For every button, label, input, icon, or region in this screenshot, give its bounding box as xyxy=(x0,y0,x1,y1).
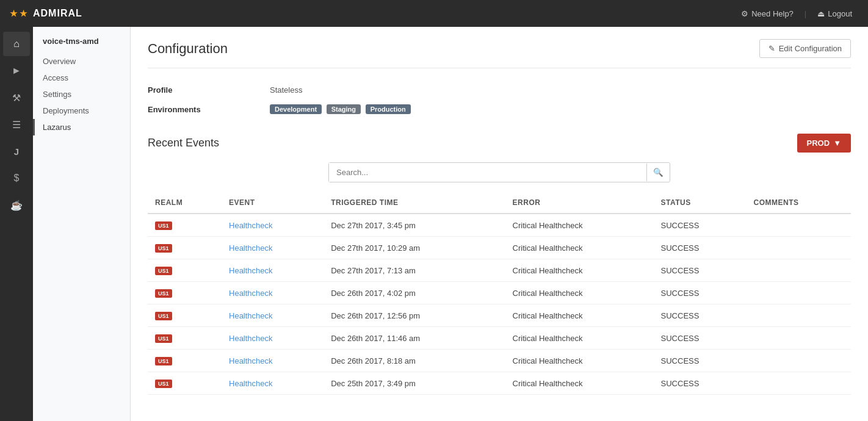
cell-status: SUCCESS xyxy=(654,372,747,395)
topnav: ★ ★ ADMIRAL ⚙ Need Help? | ⏏ Logout xyxy=(0,0,868,27)
cell-realm: US1 xyxy=(148,304,222,327)
env-badge-staging: Staging xyxy=(327,104,361,114)
cell-comments xyxy=(747,259,851,282)
realm-badge: US1 xyxy=(155,312,172,320)
profile-field: Profile Stateless xyxy=(148,81,851,99)
events-table: REALM EVENT TRIGGERED TIME ERROR STATUS … xyxy=(148,192,851,395)
brand-stars: ★ ★ xyxy=(10,9,28,18)
cell-realm: US1 xyxy=(148,237,222,259)
chevron-down-icon: ▼ xyxy=(833,139,841,148)
cell-triggered-time: Dec 27th 2017, 3:45 pm xyxy=(324,214,505,237)
environments-label: Environments xyxy=(148,105,270,114)
realm-badge: US1 xyxy=(155,380,172,388)
table-row: US1 Healthcheck Dec 27th 2017, 10:29 am … xyxy=(148,237,851,259)
star-icon-2: ★ xyxy=(20,9,28,18)
cell-realm: US1 xyxy=(148,259,222,282)
cell-triggered-time: Dec 26th 2017, 4:02 pm xyxy=(324,282,505,304)
col-status: STATUS xyxy=(654,192,747,214)
search-container: 🔍 xyxy=(148,162,851,182)
event-link[interactable]: Healthcheck xyxy=(229,221,273,230)
edit-config-button[interactable]: ✎ Edit Configuration xyxy=(759,39,851,58)
cell-error: Critical Healthcheck xyxy=(505,327,654,350)
gear-icon: ⚙ xyxy=(741,9,748,18)
environments-field: Environments Development Staging Product… xyxy=(148,99,851,119)
help-button[interactable]: ⚙ Need Help? xyxy=(735,7,800,21)
search-button[interactable]: 🔍 xyxy=(646,164,670,181)
cell-comments xyxy=(747,350,851,372)
table-row: US1 Healthcheck Dec 25th 2017, 3:49 pm C… xyxy=(148,372,851,395)
col-comments: COMMENTS xyxy=(747,192,851,214)
logout-button[interactable]: ⏏ Logout xyxy=(811,7,858,21)
brand: ★ ★ ADMIRAL xyxy=(10,8,82,19)
icon-rail-item-rocket[interactable]: ► xyxy=(3,59,30,83)
search-input[interactable] xyxy=(329,163,646,182)
event-link[interactable]: Healthcheck xyxy=(229,243,273,253)
cell-event[interactable]: Healthcheck xyxy=(222,350,324,372)
cell-realm: US1 xyxy=(148,372,222,395)
bag-icon: ☕ xyxy=(10,200,23,211)
profile-value: Stateless xyxy=(270,85,302,95)
env-badge-development: Development xyxy=(270,104,322,114)
dollar-icon: $ xyxy=(14,173,20,184)
cell-event[interactable]: Healthcheck xyxy=(222,304,324,327)
icon-rail-item-document[interactable]: ☰ xyxy=(3,112,30,137)
col-event: EVENT xyxy=(222,192,324,214)
event-link[interactable]: Healthcheck xyxy=(229,311,273,320)
cell-status: SUCCESS xyxy=(654,350,747,372)
environments-badges: Development Staging Production xyxy=(270,104,413,114)
realm-badge: US1 xyxy=(155,289,172,298)
sidebar-item-lazarus[interactable]: Lazarus xyxy=(33,119,130,135)
cell-triggered-time: Dec 26th 2017, 11:46 am xyxy=(324,327,505,350)
event-link[interactable]: Healthcheck xyxy=(229,356,273,365)
topnav-right: ⚙ Need Help? | ⏏ Logout xyxy=(735,7,858,21)
profile-label: Profile xyxy=(148,85,270,95)
icon-rail-item-home[interactable]: ⌂ xyxy=(3,32,30,56)
cell-comments xyxy=(747,372,851,395)
home-icon: ⌂ xyxy=(13,38,20,49)
cell-status: SUCCESS xyxy=(654,282,747,304)
events-table-head: REALM EVENT TRIGGERED TIME ERROR STATUS … xyxy=(148,192,851,214)
realm-badge: US1 xyxy=(155,357,172,365)
sidebar-item-deployments[interactable]: Deployments xyxy=(33,103,130,119)
cell-triggered-time: Dec 26th 2017, 8:18 am xyxy=(324,350,505,372)
env-badge-production: Production xyxy=(366,104,411,114)
cell-event[interactable]: Healthcheck xyxy=(222,214,324,237)
cell-event[interactable]: Healthcheck xyxy=(222,372,324,395)
logout-icon: ⏏ xyxy=(817,9,825,18)
sidebar-item-settings[interactable]: Settings xyxy=(33,86,130,103)
cell-status: SUCCESS xyxy=(654,304,747,327)
col-triggered-time: TRIGGERED TIME xyxy=(324,192,505,214)
cell-comments xyxy=(747,304,851,327)
icon-rail-item-j[interactable]: J xyxy=(3,139,30,164)
cell-error: Critical Healthcheck xyxy=(505,372,654,395)
sidebar-item-access[interactable]: Access xyxy=(33,70,130,86)
icon-rail-item-dollar[interactable]: $ xyxy=(3,166,30,190)
col-error: ERROR xyxy=(505,192,654,214)
icon-rail-item-briefcase[interactable]: ⚒ xyxy=(3,85,30,110)
app-name: ADMIRAL xyxy=(33,8,82,19)
table-row: US1 Healthcheck Dec 27th 2017, 7:13 am C… xyxy=(148,259,851,282)
cell-event[interactable]: Healthcheck xyxy=(222,282,324,304)
sidebar-project-name: voice-tms-amd xyxy=(33,34,130,53)
cell-error: Critical Healthcheck xyxy=(505,350,654,372)
cell-status: SUCCESS xyxy=(654,214,747,237)
cell-error: Critical Healthcheck xyxy=(505,282,654,304)
icon-rail-item-bag[interactable]: ☕ xyxy=(3,193,30,217)
event-link[interactable]: Healthcheck xyxy=(229,266,273,275)
cell-event[interactable]: Healthcheck xyxy=(222,237,324,259)
col-realm: REALM xyxy=(148,192,222,214)
cell-event[interactable]: Healthcheck xyxy=(222,259,324,282)
event-link[interactable]: Healthcheck xyxy=(229,379,273,388)
prod-button[interactable]: PROD ▼ xyxy=(797,134,851,153)
main-content: Configuration ✎ Edit Configuration Profi… xyxy=(131,27,868,421)
sidebar-item-overview[interactable]: Overview xyxy=(33,53,130,70)
cell-triggered-time: Dec 27th 2017, 10:29 am xyxy=(324,237,505,259)
event-link[interactable]: Healthcheck xyxy=(229,334,273,343)
table-row: US1 Healthcheck Dec 26th 2017, 8:18 am C… xyxy=(148,350,851,372)
cell-realm: US1 xyxy=(148,350,222,372)
cell-realm: US1 xyxy=(148,327,222,350)
rocket-icon: ► xyxy=(12,65,21,76)
cell-event[interactable]: Healthcheck xyxy=(222,327,324,350)
event-link[interactable]: Healthcheck xyxy=(229,289,273,298)
sidebar: voice-tms-amd Overview Access Settings D… xyxy=(33,27,131,421)
